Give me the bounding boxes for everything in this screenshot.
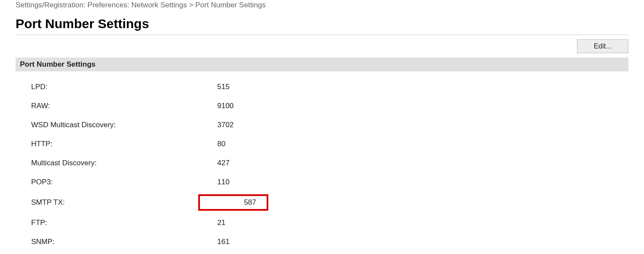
setting-label: SNMP:	[16, 238, 215, 246]
setting-label: Multicast Discovery:	[16, 159, 215, 167]
setting-value: 3702	[215, 120, 258, 130]
highlight-box: 587	[198, 194, 268, 211]
page-title: Port Number Settings	[16, 16, 628, 31]
setting-row: SMTP TX:587	[16, 192, 628, 213]
setting-value-text: 515	[217, 83, 229, 91]
edit-button[interactable]: Edit...	[577, 39, 628, 53]
settings-list: LPD:515RAW:9100WSD Multicast Discovery:3…	[16, 71, 628, 254]
setting-label: WSD Multicast Discovery:	[16, 121, 215, 129]
setting-row: Multicast Discovery:427	[16, 154, 628, 173]
setting-label: LPD:	[16, 83, 215, 91]
setting-value: 515	[215, 82, 258, 92]
setting-value: 110	[215, 177, 258, 187]
breadcrumb: Settings/Registration: Preferences: Netw…	[16, 0, 628, 11]
setting-row: LPD:515	[16, 77, 628, 96]
setting-label: SMTP TX:	[16, 198, 215, 207]
setting-row: POP3:110	[16, 173, 628, 192]
setting-value-text: 80	[217, 140, 225, 148]
setting-value: 21	[215, 218, 258, 228]
setting-value: 161	[215, 237, 258, 247]
setting-value-text: 110	[217, 178, 229, 186]
setting-value: 427	[215, 158, 258, 168]
setting-value-text: 9100	[217, 102, 234, 110]
setting-value: 587	[215, 193, 258, 212]
setting-value: 80	[215, 139, 258, 149]
setting-label: FTP:	[16, 219, 215, 227]
setting-value-text: 3702	[217, 121, 234, 129]
setting-value-text: 21	[217, 219, 225, 227]
setting-row: SNMP:161	[16, 232, 628, 251]
setting-row: WSD Multicast Discovery:3702	[16, 116, 628, 135]
setting-label: POP3:	[16, 178, 215, 186]
setting-value-text: 587	[244, 198, 256, 206]
setting-value: 9100	[215, 101, 258, 111]
setting-row: HTTP:80	[16, 135, 628, 154]
setting-value-text: 427	[217, 159, 229, 167]
setting-row: RAW:9100	[16, 96, 628, 116]
setting-row: FTP:21	[16, 213, 628, 232]
section-header: Port Number Settings	[16, 58, 628, 71]
setting-value-text: 161	[217, 238, 229, 246]
setting-label: RAW:	[16, 102, 215, 110]
setting-label: HTTP:	[16, 140, 215, 148]
